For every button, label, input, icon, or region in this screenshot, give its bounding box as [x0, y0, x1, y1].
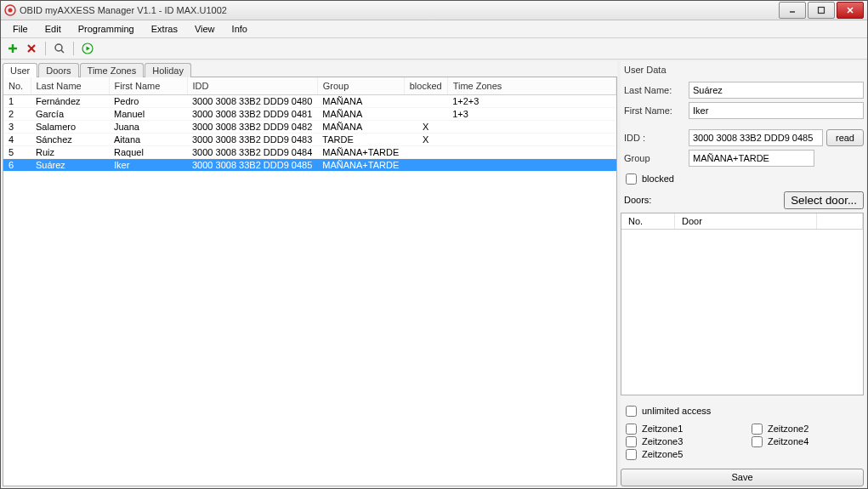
doors-col-no[interactable]: No.: [621, 213, 675, 229]
checkbox-unlimited[interactable]: [626, 406, 637, 417]
checkbox-blocked[interactable]: [626, 173, 637, 185]
cell-idd: 3000 3008 33B2 DDD9 0484: [187, 146, 317, 159]
cell-first: Manuel: [109, 108, 187, 121]
menu-edit[interactable]: Edit: [37, 22, 70, 36]
label-zeitzone4: Zeitzone4: [768, 436, 808, 446]
cell-blocked: [404, 108, 447, 121]
input-group[interactable]: [689, 150, 814, 167]
cell-tz: [447, 159, 616, 172]
user-table[interactable]: No. Last Name First Name IDD Group block…: [3, 77, 616, 172]
col-blocked[interactable]: blocked: [404, 77, 447, 95]
svg-marker-13: [87, 47, 91, 51]
cell-no: 5: [3, 146, 31, 159]
cell-idd: 3000 3008 33B2 DDD9 0481: [187, 108, 317, 121]
tab-time-zones[interactable]: Time Zones: [80, 63, 145, 77]
cell-blocked: [404, 146, 447, 159]
cell-tz: 1+2+3: [447, 95, 616, 108]
magnifier-icon[interactable]: [53, 42, 66, 55]
label-blocked: blocked: [642, 173, 674, 184]
table-row[interactable]: 6SuárezIker3000 3008 33B2 DDD9 0485MAÑAN…: [3, 159, 616, 172]
col-last-name[interactable]: Last Name: [31, 77, 109, 95]
table-row[interactable]: 4SánchezAitana3000 3008 33B2 DDD9 0483TA…: [3, 134, 616, 146]
col-first-name[interactable]: First Name: [109, 77, 187, 95]
cell-no: 2: [3, 108, 31, 121]
cell-no: 4: [3, 134, 31, 146]
menu-programming[interactable]: Programming: [70, 22, 143, 36]
x-icon[interactable]: [25, 42, 38, 55]
col-group[interactable]: Group: [317, 77, 404, 95]
cell-last: Ruiz: [31, 146, 109, 159]
menu-view[interactable]: View: [186, 22, 224, 36]
label-first-name: First Name:: [621, 105, 685, 116]
svg-line-11: [61, 50, 64, 53]
checkbox-zeitzone1[interactable]: [626, 424, 637, 435]
label-doors: Doors:: [621, 195, 651, 205]
input-idd[interactable]: [689, 129, 823, 146]
window-title: OBID myAXXESS Manager V1.1 - ID MAX.U100…: [20, 5, 777, 15]
cell-group: MAÑANA: [317, 121, 404, 134]
cell-blocked: X: [404, 134, 447, 146]
tab-holiday[interactable]: Holiday: [145, 63, 191, 77]
label-last-name: Last Name:: [621, 85, 685, 95]
menu-extras[interactable]: Extras: [143, 22, 186, 36]
play-icon[interactable]: [81, 42, 94, 55]
cell-no: 1: [3, 95, 31, 108]
toolbar-separator: [73, 42, 74, 55]
label-unlimited: unlimited access: [642, 406, 711, 416]
cell-blocked: [404, 159, 447, 172]
save-button[interactable]: Save: [621, 469, 864, 486]
table-row[interactable]: 3SalameroJuana3000 3008 33B2 DDD9 0482MA…: [3, 121, 616, 134]
cell-last: Salamero: [31, 121, 109, 134]
close-button[interactable]: [837, 2, 864, 19]
doors-col-door[interactable]: Door: [675, 213, 817, 229]
cell-last: Suárez: [31, 159, 109, 172]
cell-idd: 3000 3008 33B2 DDD9 0485: [187, 159, 317, 172]
doors-table[interactable]: No. Door: [621, 213, 864, 395]
menubar: File Edit Programming Extras View Info: [1, 20, 867, 38]
checkbox-zeitzone2[interactable]: [752, 424, 763, 435]
checkbox-zeitzone4[interactable]: [752, 436, 763, 447]
col-time-zones[interactable]: Time Zones: [447, 77, 616, 95]
tab-doors[interactable]: Doors: [38, 63, 78, 77]
cell-no: 3: [3, 121, 31, 134]
cell-blocked: X: [404, 121, 447, 134]
menu-info[interactable]: Info: [224, 22, 256, 36]
svg-rect-3: [819, 8, 825, 14]
cell-idd: 3000 3008 33B2 DDD9 0480: [187, 95, 317, 108]
input-last-name[interactable]: [689, 82, 864, 99]
svg-point-1: [9, 9, 13, 13]
col-no[interactable]: No.: [3, 77, 31, 95]
label-zeitzone2: Zeitzone2: [768, 424, 808, 434]
tab-user[interactable]: User: [3, 63, 37, 77]
checkbox-zeitzone3[interactable]: [626, 436, 637, 447]
col-idd[interactable]: IDD: [187, 77, 317, 95]
maximize-button[interactable]: [808, 2, 835, 19]
cell-first: Juana: [109, 121, 187, 134]
svg-point-10: [55, 44, 62, 51]
user-data-title: User Data: [621, 61, 864, 80]
cell-idd: 3000 3008 33B2 DDD9 0483: [187, 134, 317, 146]
table-row[interactable]: 2GarcíaManuel3000 3008 33B2 DDD9 0481MAÑ…: [3, 108, 616, 121]
cell-first: Iker: [109, 159, 187, 172]
cell-first: Aitana: [109, 134, 187, 146]
cell-last: Sánchez: [31, 134, 109, 146]
input-first-name[interactable]: [689, 102, 864, 119]
checkbox-zeitzone5[interactable]: [626, 449, 637, 460]
select-door-button[interactable]: Select door...: [784, 191, 864, 209]
cell-last: García: [31, 108, 109, 121]
cell-tz: 1+3: [447, 108, 616, 121]
minimize-button[interactable]: [779, 2, 806, 19]
label-zeitzone5: Zeitzone5: [642, 449, 683, 459]
menu-file[interactable]: File: [4, 22, 37, 36]
cell-idd: 3000 3008 33B2 DDD9 0482: [187, 121, 317, 134]
cell-group: MAÑANA: [317, 108, 404, 121]
user-data-panel: User Data Last Name: First Name: IDD : r…: [621, 61, 865, 486]
table-row[interactable]: 5RuizRaquel3000 3008 33B2 DDD9 0484MAÑAN…: [3, 146, 616, 159]
table-header-row[interactable]: No. Last Name First Name IDD Group block…: [3, 77, 616, 95]
table-row[interactable]: 1FernándezPedro3000 3008 33B2 DDD9 0480M…: [3, 95, 616, 108]
label-idd: IDD :: [621, 133, 685, 143]
titlebar: OBID myAXXESS Manager V1.1 - ID MAX.U100…: [1, 1, 867, 20]
cell-tz: [447, 134, 616, 146]
read-button[interactable]: read: [826, 129, 864, 146]
plus-icon[interactable]: [6, 42, 20, 55]
